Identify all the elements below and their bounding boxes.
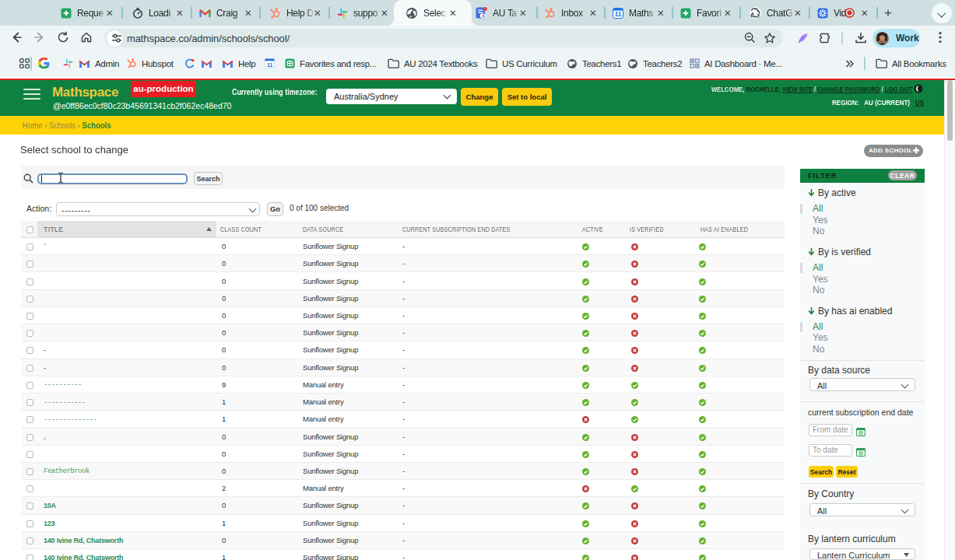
svg-text:11: 11 bbox=[267, 61, 272, 68]
svg-text:11: 11 bbox=[615, 10, 622, 18]
